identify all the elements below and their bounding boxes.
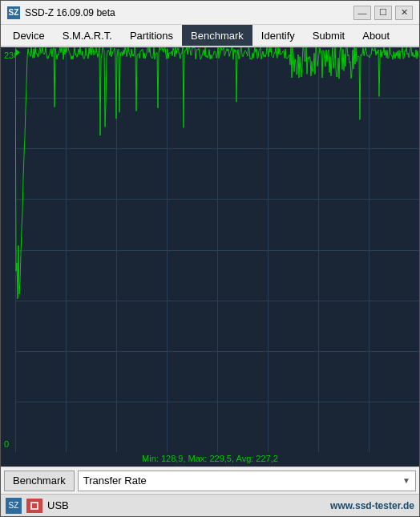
dropdown-arrow-icon: ▼ [402,476,410,485]
minimize-button[interactable]: — [353,6,371,20]
title-bar: SZ SSD-Z 16.09.09 beta — ☐ ✕ [1,1,419,25]
menu-partitions[interactable]: Partitions [121,25,182,46]
drive-type-icon [26,499,42,513]
maximize-button[interactable]: ☐ [374,6,392,20]
status-bar: SZ USB www.ssd-tester.de [1,494,419,516]
benchmark-chart [15,47,419,452]
main-window: SZ SSD-Z 16.09.09 beta — ☐ ✕ Device S.M.… [0,0,420,517]
menu-bar: Device S.M.A.R.T. Partitions Benchmark I… [1,25,419,47]
app-status-icon: SZ [6,498,22,514]
dropdown-label: Transfer Rate [83,475,147,487]
menu-submit[interactable]: Submit [304,25,353,46]
drive-label: USB [47,499,325,511]
window-title: SSD-Z 16.09.09 beta [25,7,115,18]
window-controls: — ☐ ✕ [353,6,413,20]
menu-benchmark[interactable]: Benchmark [182,25,252,46]
title-bar-left: SZ SSD-Z 16.09.09 beta [7,6,115,19]
benchmark-button[interactable]: Benchmark [4,471,75,491]
menu-smart[interactable]: S.M.A.R.T. [54,25,121,46]
chart-area: Work in Progress – Results Unreliable 23… [1,47,419,467]
transfer-rate-dropdown[interactable]: Transfer Rate ▼ [78,471,416,491]
chart-y-min: 0 [4,439,9,449]
menu-device[interactable]: Device [4,25,54,46]
menu-about[interactable]: About [353,25,398,46]
usb-icon [29,500,40,511]
bottom-controls: Benchmark Transfer Rate ▼ [1,467,419,494]
close-button[interactable]: ✕ [395,6,413,20]
svg-rect-1 [32,503,37,508]
menu-identify[interactable]: Identify [252,25,304,46]
app-icon: SZ [7,6,20,19]
chart-stats: Min: 128,9, Max: 229,5, Avg: 227,2 [1,454,419,463]
brand-label: www.ssd-tester.de [330,500,414,511]
